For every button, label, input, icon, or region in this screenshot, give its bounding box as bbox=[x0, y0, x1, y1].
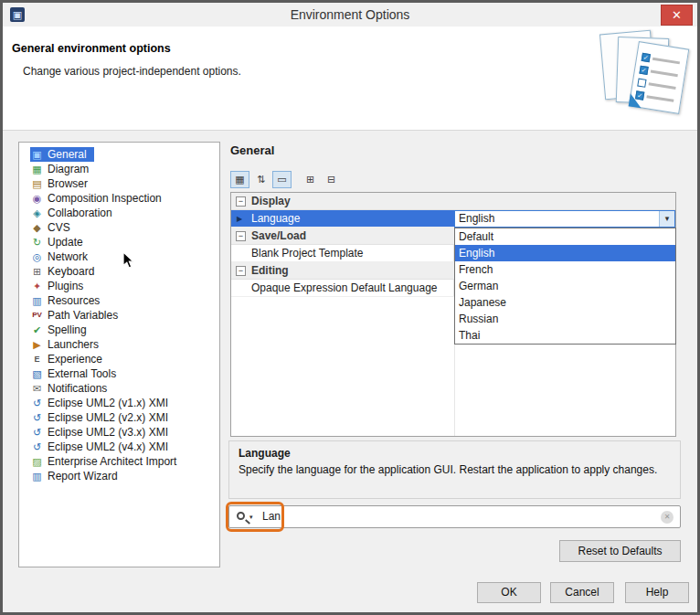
tree-item-cvs[interactable]: ◆CVS bbox=[30, 220, 78, 235]
browser-icon: ▤ bbox=[30, 176, 44, 191]
tree-item-general[interactable]: ▣General bbox=[30, 147, 94, 162]
collapse-icon[interactable]: − bbox=[236, 196, 246, 207]
blank-project-label-cell[interactable]: Blank Project Template bbox=[231, 245, 454, 261]
collapse-icon[interactable]: − bbox=[236, 231, 246, 241]
dropdown-option-japanese[interactable]: Japanese bbox=[455, 294, 675, 311]
dropdown-option-french[interactable]: French bbox=[455, 261, 675, 278]
tree-item-label: General bbox=[48, 148, 87, 161]
opaque-label: Opaque Expression Default Language bbox=[251, 281, 437, 294]
tree-item-keyboard[interactable]: ⊞Keyboard bbox=[30, 264, 101, 279]
title-bar: ▣ Environment Options ✕ bbox=[3, 3, 697, 27]
reset-to-defaults-button[interactable]: Reset to Defaults bbox=[559, 540, 681, 562]
show-description-button[interactable]: ▭ bbox=[272, 171, 292, 188]
tree-item-notifications[interactable]: ✉Notifications bbox=[30, 381, 114, 396]
tree-item-label: Network bbox=[48, 250, 88, 263]
ok-button[interactable]: OK bbox=[477, 582, 541, 603]
tree-item-update[interactable]: ↻Update bbox=[30, 235, 90, 249]
window-title: Environment Options bbox=[3, 3, 697, 27]
tree-item-launchers[interactable]: ▶Launchers bbox=[30, 337, 106, 352]
notifications-icon: ✉ bbox=[30, 381, 44, 396]
description-title: Language bbox=[239, 447, 671, 460]
launchers-icon: ▶ bbox=[30, 337, 44, 352]
tree-item-eclipse-uml2-v4[interactable]: ↺Eclipse UML2 (v4.x) XMI bbox=[30, 440, 175, 454]
tree-item-label: Eclipse UML2 (v1.x) XMI bbox=[48, 397, 168, 409]
group-label: Editing bbox=[251, 264, 289, 277]
search-icon[interactable] bbox=[237, 512, 245, 520]
header-title: General environment options bbox=[12, 42, 171, 55]
network-icon: ◎ bbox=[30, 249, 44, 264]
tree-item-resources[interactable]: ▥Resources bbox=[30, 293, 107, 308]
tree-item-label: Resources bbox=[48, 294, 100, 307]
expand-all-button[interactable]: ⊞ bbox=[301, 171, 320, 188]
clear-search-icon[interactable]: ✕ bbox=[661, 511, 673, 524]
dropdown-option-thai[interactable]: Thai bbox=[455, 327, 675, 344]
tree-item-label: Composition Inspection bbox=[48, 192, 162, 205]
group-label: Save/Load bbox=[251, 229, 306, 242]
tree-item-label: Eclipse UML2 (v4.x) XMI bbox=[48, 440, 168, 453]
options-illustration: ✓ ✓ ✓ bbox=[589, 30, 690, 127]
opaque-label-cell[interactable]: Opaque Expression Default Language bbox=[231, 280, 454, 296]
tree-item-report-wizard[interactable]: ▥Report Wizard bbox=[30, 469, 125, 483]
update-icon: ↻ bbox=[30, 235, 44, 249]
language-combobox[interactable]: English ▾ bbox=[454, 210, 675, 228]
tree-item-plugins[interactable]: ✦Plugins bbox=[30, 279, 90, 293]
language-label-cell[interactable]: ▶ Language bbox=[231, 210, 454, 227]
tree-item-path-variables[interactable]: PVPath Variables bbox=[30, 308, 125, 323]
tree-item-browser[interactable]: ▤Browser bbox=[30, 176, 95, 191]
description-panel: Language Specify the language for the ap… bbox=[228, 440, 681, 499]
tree-item-enterprise-architect-import[interactable]: ▨Enterprise Architect Import bbox=[30, 454, 184, 469]
tree-item-label: Keyboard bbox=[48, 265, 94, 278]
dropdown-option-default[interactable]: Default bbox=[455, 228, 675, 245]
header-subtitle: Change various project-independent optio… bbox=[23, 65, 241, 78]
tree-item-label: Browser bbox=[48, 177, 88, 190]
tree-item-label: Eclipse UML2 (v2.x) XMI bbox=[48, 411, 168, 424]
tree-item-experience[interactable]: EExperience bbox=[30, 352, 110, 366]
row-marker-icon: ▶ bbox=[237, 210, 242, 227]
categorized-view-button[interactable]: ▦ bbox=[230, 171, 249, 188]
spelling-icon: ✔ bbox=[30, 323, 44, 337]
tree-item-label: Path Variables bbox=[48, 309, 118, 322]
blank-project-label: Blank Project Template bbox=[251, 247, 364, 260]
tree-item-spelling[interactable]: ✔Spelling bbox=[30, 323, 94, 337]
experience-icon: E bbox=[30, 352, 44, 366]
tree-item-network[interactable]: ◎Network bbox=[30, 249, 95, 264]
diagram-icon: ▦ bbox=[30, 162, 44, 176]
property-grid: − Display ▶ Language English ▾ − Save/Lo… bbox=[230, 192, 676, 437]
help-button[interactable]: Help bbox=[625, 582, 689, 603]
tree-item-composition-inspection[interactable]: ◉Composition Inspection bbox=[30, 191, 169, 206]
tree-item-collaboration[interactable]: ◈Collaboration bbox=[30, 206, 120, 220]
tree-item-label: CVS bbox=[48, 221, 70, 234]
alphabetical-sort-button[interactable]: ⇅ bbox=[251, 171, 270, 188]
dropdown-option-english[interactable]: English bbox=[455, 245, 675, 261]
check-icon: ✓ bbox=[642, 53, 651, 62]
collapse-icon[interactable]: − bbox=[236, 266, 246, 276]
report-wizard-icon: ▥ bbox=[30, 469, 44, 483]
tree-item-eclipse-uml2-v3[interactable]: ↺Eclipse UML2 (v3.x) XMI bbox=[30, 425, 175, 440]
dropdown-option-german[interactable]: German bbox=[455, 278, 675, 294]
external-tools-icon: ▧ bbox=[30, 366, 44, 381]
checkbox-empty-icon bbox=[637, 79, 646, 88]
combobox-dropdown-icon[interactable]: ▾ bbox=[659, 211, 674, 227]
combobox-value: English bbox=[455, 211, 659, 227]
dropdown-option-russian[interactable]: Russian bbox=[455, 311, 675, 327]
tree-item-eclipse-uml2-v2[interactable]: ↺Eclipse UML2 (v2.x) XMI bbox=[30, 410, 175, 425]
language-dropdown-list: Default English French German Japanese R… bbox=[454, 228, 676, 345]
illustration-page-front: ✓ ✓ ✓ bbox=[629, 41, 690, 114]
collaboration-icon: ◈ bbox=[30, 206, 44, 220]
eclipse-xmi-icon: ↺ bbox=[30, 425, 44, 440]
tree-item-external-tools[interactable]: ▧External Tools bbox=[30, 366, 123, 381]
search-options-chevron-icon[interactable]: ▾ bbox=[249, 514, 253, 521]
close-button[interactable]: ✕ bbox=[661, 5, 693, 26]
eclipse-xmi-icon: ↺ bbox=[30, 396, 44, 410]
tree-item-diagram[interactable]: ▦Diagram bbox=[30, 162, 96, 176]
collapse-all-button[interactable]: ⊟ bbox=[322, 171, 341, 188]
keyboard-icon: ⊞ bbox=[30, 264, 44, 279]
group-row-display[interactable]: − Display bbox=[231, 193, 675, 210]
property-row-language[interactable]: ▶ Language English ▾ bbox=[231, 210, 675, 228]
tree-item-eclipse-uml2-v1[interactable]: ↺Eclipse UML2 (v1.x) XMI bbox=[30, 396, 175, 410]
cancel-button[interactable]: Cancel bbox=[550, 582, 614, 603]
plugins-icon: ✦ bbox=[30, 279, 44, 293]
check-icon: ✓ bbox=[639, 66, 648, 75]
search-input[interactable]: ▾ Lan ✕ bbox=[228, 505, 681, 528]
tree-item-label: Diagram bbox=[48, 163, 89, 175]
